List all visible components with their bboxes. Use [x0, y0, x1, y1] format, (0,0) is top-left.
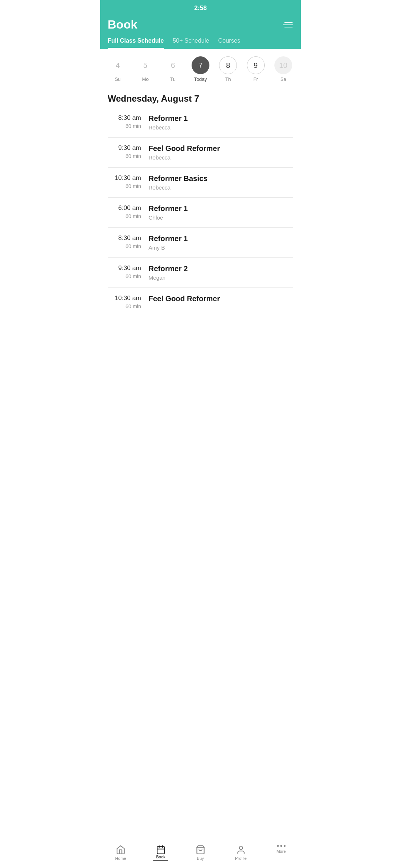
instructor-1: Rebecca — [149, 154, 293, 161]
tab-50-plus-schedule[interactable]: 50+ Schedule — [173, 37, 209, 49]
class-time-0: 8:30 am — [108, 114, 141, 122]
tab-courses[interactable]: Courses — [218, 37, 240, 49]
time-info-2: 10:30 am 60 min — [108, 174, 141, 189]
calendar-day-8[interactable]: 8 Th — [219, 56, 237, 82]
day-number-10: 10 — [274, 56, 292, 74]
class-name-6: Feel Good Reformer — [149, 295, 293, 303]
app-header: Book — [100, 14, 301, 32]
table-row[interactable]: 8:30 am 60 min Reformer 1 Rebecca — [108, 108, 293, 138]
class-time-2: 10:30 am — [108, 174, 141, 182]
day-label-su: Su — [115, 76, 121, 82]
class-duration-5: 60 min — [108, 273, 141, 279]
table-row[interactable]: 10:30 am 60 min Feel Good Reformer — [108, 288, 293, 316]
class-name-4: Reformer 1 — [149, 234, 293, 243]
day-label-today: Today — [194, 76, 207, 82]
time-info-1: 9:30 am 60 min — [108, 144, 141, 159]
class-time-4: 8:30 am — [108, 234, 141, 242]
time-info-4: 8:30 am 60 min — [108, 234, 141, 249]
class-info-4: Reformer 1 Amy B — [149, 234, 293, 251]
calendar-day-4[interactable]: 4 Su — [109, 56, 127, 82]
day-label-fr: Fr — [253, 76, 258, 82]
calendar-strip: 4 Su 5 Mo 6 Tu 7 Today 8 Th 9 Fr 10 Sa — [100, 49, 301, 86]
class-time-3: 6:00 am — [108, 204, 141, 212]
class-duration-6: 60 min — [108, 303, 141, 309]
day-number-5: 5 — [136, 56, 154, 74]
filter-line-3 — [284, 27, 293, 27]
day-label-th: Th — [225, 76, 231, 82]
main-content: 4 Su 5 Mo 6 Tu 7 Today 8 Th 9 Fr 10 Sa W… — [100, 49, 301, 346]
table-row[interactable]: 9:30 am 60 min Feel Good Reformer Rebecc… — [108, 138, 293, 168]
instructor-2: Rebecca — [149, 184, 293, 191]
status-bar: 2:58 — [100, 0, 301, 14]
calendar-day-10[interactable]: 10 Sa — [274, 56, 292, 82]
class-duration-3: 60 min — [108, 213, 141, 219]
date-heading: Wednesday, August 7 — [100, 86, 301, 108]
time-info-6: 10:30 am 60 min — [108, 295, 141, 309]
class-info-2: Reformer Basics Rebecca — [149, 174, 293, 191]
day-number-9: 9 — [247, 56, 265, 74]
class-info-1: Feel Good Reformer Rebecca — [149, 144, 293, 161]
class-duration-1: 60 min — [108, 153, 141, 159]
instructor-3: Chloe — [149, 214, 293, 221]
instructor-0: Rebecca — [149, 124, 293, 131]
table-row[interactable]: 10:30 am 60 min Reformer Basics Rebecca — [108, 168, 293, 198]
page-title: Book — [108, 18, 137, 32]
calendar-day-7[interactable]: 7 Today — [192, 56, 209, 82]
filter-icon[interactable] — [283, 22, 293, 27]
calendar-day-6[interactable]: 6 Tu — [164, 56, 182, 82]
day-label-mo: Mo — [142, 76, 149, 82]
day-label-tu: Tu — [170, 76, 176, 82]
day-number-4: 4 — [109, 56, 127, 74]
instructor-4: Amy B — [149, 244, 293, 251]
class-duration-4: 60 min — [108, 243, 141, 249]
class-info-0: Reformer 1 Rebecca — [149, 114, 293, 131]
class-name-2: Reformer Basics — [149, 174, 293, 183]
day-label-sa: Sa — [280, 76, 286, 82]
day-number-6: 6 — [164, 56, 182, 74]
day-number-8: 8 — [219, 56, 237, 74]
filter-line-1 — [284, 22, 293, 23]
time-info-0: 8:30 am 60 min — [108, 114, 141, 129]
tab-full-class-schedule[interactable]: Full Class Schedule — [108, 37, 164, 49]
class-info-5: Reformer 2 Megan — [149, 264, 293, 281]
status-time: 2:58 — [194, 4, 207, 11]
instructor-5: Megan — [149, 274, 293, 281]
class-name-5: Reformer 2 — [149, 264, 293, 273]
time-info-5: 9:30 am 60 min — [108, 264, 141, 279]
day-number-7: 7 — [192, 56, 209, 74]
class-duration-2: 60 min — [108, 183, 141, 189]
table-row[interactable]: 9:30 am 60 min Reformer 2 Megan — [108, 258, 293, 288]
time-info-3: 6:00 am 60 min — [108, 204, 141, 219]
filter-line-2 — [283, 24, 293, 25]
class-info-3: Reformer 1 Chloe — [149, 204, 293, 221]
table-row[interactable]: 6:00 am 60 min Reformer 1 Chloe — [108, 198, 293, 228]
class-info-6: Feel Good Reformer — [149, 295, 293, 305]
calendar-day-9[interactable]: 9 Fr — [247, 56, 265, 82]
tab-bar: Full Class Schedule 50+ Schedule Courses — [100, 32, 301, 49]
class-duration-0: 60 min — [108, 123, 141, 129]
class-time-1: 9:30 am — [108, 144, 141, 152]
class-name-1: Feel Good Reformer — [149, 144, 293, 153]
class-name-3: Reformer 1 — [149, 204, 293, 213]
schedule-list: 8:30 am 60 min Reformer 1 Rebecca 9:30 a… — [100, 108, 301, 316]
table-row[interactable]: 8:30 am 60 min Reformer 1 Amy B — [108, 228, 293, 258]
class-name-0: Reformer 1 — [149, 114, 293, 123]
class-time-5: 9:30 am — [108, 264, 141, 272]
calendar-day-5[interactable]: 5 Mo — [136, 56, 154, 82]
class-time-6: 10:30 am — [108, 295, 141, 302]
